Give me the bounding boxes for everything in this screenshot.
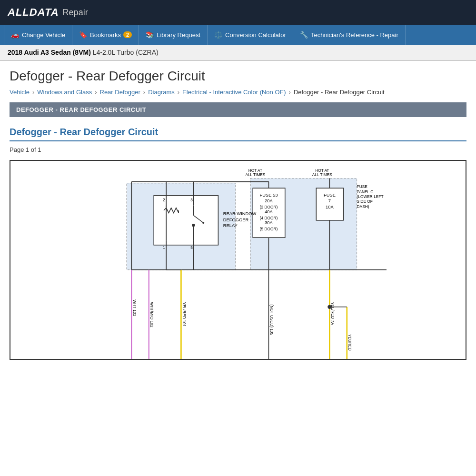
- technicians-reference-label: Technician's Reference - Repair: [311, 31, 398, 39]
- breadcrumb-rear-defogger[interactable]: Rear Defogger: [100, 89, 140, 96]
- svg-text:7: 7: [328, 198, 331, 203]
- svg-text:YEURED: YEURED: [347, 334, 352, 351]
- conversion-calculator-label: Conversion Calculator: [225, 31, 286, 39]
- page-info: Page 1 of 1: [10, 146, 466, 153]
- svg-text:DEFOGGER: DEFOGGER: [223, 218, 249, 222]
- change-vehicle-label: Change Vehicle: [22, 31, 65, 39]
- svg-text:WHT/MIO  102: WHT/MIO 102: [149, 302, 154, 327]
- svg-text:(2 DOOR): (2 DOOR): [260, 205, 278, 209]
- library-request-label: Library Request: [157, 31, 200, 39]
- bookmarks-button[interactable]: 🔖 Bookmarks 2: [72, 25, 139, 45]
- svg-text:3: 3: [190, 198, 193, 202]
- breadcrumb-sep-3: ›: [143, 89, 145, 96]
- svg-text:30A: 30A: [265, 220, 273, 225]
- svg-text:FUSE: FUSE: [324, 193, 336, 198]
- breadcrumb-vehicle[interactable]: Vehicle: [10, 89, 30, 96]
- top-navigation: ALLDATA Repair: [0, 0, 476, 25]
- breadcrumb-current: Defogger - Rear Defogger Circuit: [294, 89, 385, 96]
- conversion-calculator-button[interactable]: ⚖️ Conversion Calculator: [208, 25, 293, 45]
- bookmark-icon: 🔖: [79, 31, 87, 39]
- svg-text:FUSE: FUSE: [357, 184, 368, 189]
- svg-text:FUSE 53: FUSE 53: [260, 193, 278, 198]
- svg-text:DASH): DASH): [357, 204, 369, 209]
- circuit-diagram-svg: HOT AT ALL TIMES HOT AT ALL TIMES FUSE P…: [10, 161, 466, 359]
- svg-point-27: [192, 224, 195, 227]
- svg-text:RELAY: RELAY: [223, 223, 238, 228]
- svg-text:(4 DOOR): (4 DOOR): [260, 216, 278, 220]
- library-request-button[interactable]: 📚 Library Request: [139, 25, 208, 45]
- svg-text:1: 1: [163, 245, 165, 250]
- wrench-icon: 🔧: [300, 31, 308, 39]
- circuit-diagram-container: HOT AT ALL TIMES HOT AT ALL TIMES FUSE P…: [10, 160, 466, 360]
- logo-repair: Repair: [63, 8, 88, 18]
- change-vehicle-button[interactable]: 🚗 Change Vehicle: [4, 25, 72, 45]
- breadcrumb-diagrams[interactable]: Diagrams: [148, 89, 175, 96]
- breadcrumb-electrical[interactable]: Electrical - Interactive Color (Non OE): [182, 89, 286, 96]
- main-content: Defogger - Rear Defogger Circuit Vehicle…: [0, 61, 476, 367]
- diagram-title: Defogger - Rear Defogger Circuit: [10, 127, 466, 141]
- breadcrumb-sep-1: ›: [32, 89, 34, 96]
- section-header: DEFOGGER - REAR DEFOGGER CIRCUIT: [10, 102, 466, 117]
- breadcrumb-sep-4: ›: [178, 89, 179, 96]
- svg-text:(LOWER LEFT: (LOWER LEFT: [357, 194, 384, 199]
- car-icon: 🚗: [11, 31, 19, 39]
- secondary-navigation: 🚗 Change Vehicle 🔖 Bookmarks 2 📚 Library…: [0, 25, 476, 45]
- svg-text:YEL/RED  101: YEL/RED 101: [182, 302, 187, 327]
- svg-text:10A: 10A: [326, 205, 334, 209]
- page-title: Defogger - Rear Defogger Circuit: [10, 69, 466, 84]
- technicians-reference-button[interactable]: 🔧 Technician's Reference - Repair: [293, 25, 406, 45]
- svg-text:(5 DOOR): (5 DOOR): [260, 227, 278, 231]
- svg-text:2: 2: [163, 198, 165, 202]
- logo-alldata: ALLDATA: [8, 6, 59, 19]
- breadcrumb-windows-glass[interactable]: Windows and Glass: [37, 89, 92, 96]
- vehicle-name: 2018 Audi A3 Sedan (8VM): [8, 49, 91, 56]
- svg-text:ALL TIMES: ALL TIMES: [245, 172, 265, 177]
- svg-text:20A: 20A: [265, 198, 273, 203]
- svg-text:SIDE OF: SIDE OF: [357, 199, 373, 204]
- logo-area: ALLDATA Repair: [8, 6, 88, 19]
- library-icon: 📚: [146, 31, 154, 39]
- bookmarks-badge: 2: [123, 31, 132, 38]
- svg-text:40A: 40A: [265, 209, 273, 214]
- calculator-icon: ⚖️: [214, 31, 222, 39]
- bookmarks-label: Bookmarks: [90, 31, 121, 39]
- vehicle-bar: 2018 Audi A3 Sedan (8VM) L4-2.0L Turbo (…: [0, 45, 476, 61]
- svg-text:YEL/RED  7A: YEL/RED 7A: [330, 302, 335, 325]
- svg-rect-23: [154, 196, 218, 245]
- breadcrumb-sep-5: ›: [289, 89, 291, 96]
- svg-text:PANEL C: PANEL C: [357, 189, 374, 194]
- svg-text:ALL TIMES: ALL TIMES: [312, 172, 332, 177]
- svg-point-28: [202, 222, 204, 224]
- svg-text:WHT  103: WHT 103: [132, 299, 137, 316]
- breadcrumb: Vehicle › Windows and Glass › Rear Defog…: [10, 89, 466, 96]
- svg-text:5: 5: [190, 245, 193, 250]
- vehicle-spec: L4-2.0L Turbo (CZRA): [91, 49, 159, 56]
- breadcrumb-sep-2: ›: [95, 89, 97, 96]
- svg-text:REAR WINDOW: REAR WINDOW: [223, 211, 257, 216]
- svg-text:(NOT USED)  105: (NOT USED) 105: [269, 305, 274, 336]
